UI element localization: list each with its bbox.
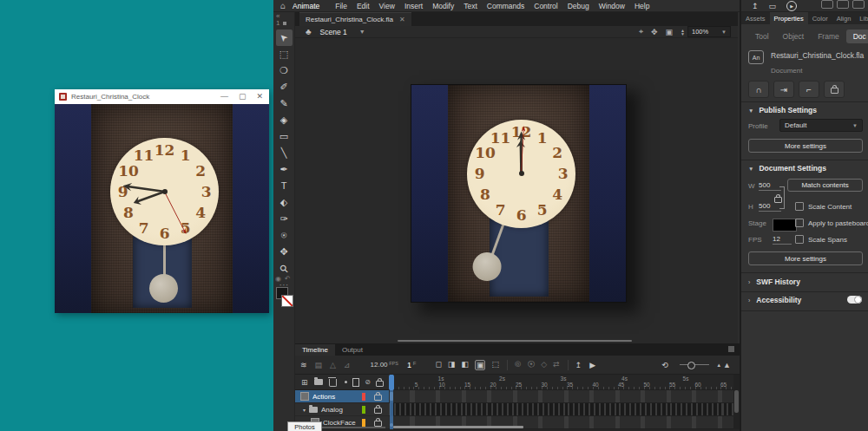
snap-align-icon[interactable]: ⇥ (773, 81, 794, 98)
rotation-tool-icon[interactable]: ✥ (651, 28, 658, 36)
insert-blank-keyframe-icon[interactable]: ◧ (461, 360, 469, 370)
zoom-out-frames-icon[interactable]: ▲ (716, 362, 721, 368)
menu-view[interactable]: View (379, 2, 395, 10)
add-layer-icon[interactable]: ⊞ (301, 378, 308, 387)
delete-frame-icon[interactable]: ⬚ (491, 360, 499, 370)
tab-close-icon[interactable]: ✕ (399, 16, 405, 23)
apply-pasteboard-checkbox[interactable]: Apply to pasteboard (795, 219, 868, 227)
eraser-tool-icon[interactable]: ◈ (276, 112, 293, 128)
scene-breadcrumb[interactable]: Scene 1 (320, 28, 347, 36)
asset-warp-tool-icon[interactable]: ⍟ (276, 227, 293, 244)
stage-canvas[interactable]: 121234567891011 (411, 84, 627, 303)
create-shape-tween-icon[interactable]: ⦿ (527, 360, 535, 369)
timeline-panel-menu-icon[interactable] (728, 346, 734, 352)
panel-tab-color[interactable]: Color (808, 12, 832, 25)
layer-row-analog[interactable]: ▾Analog (295, 403, 389, 416)
snap-magnet-icon[interactable]: ∩ (748, 81, 769, 98)
menu-insert[interactable]: Insert (404, 2, 423, 10)
subtab-object[interactable]: Object (776, 29, 812, 43)
test-movie-icon[interactable]: ▶ (786, 1, 797, 11)
scene-chevron-icon[interactable]: ▼ (359, 29, 365, 35)
advanced-layers-icon[interactable]: △ (330, 361, 336, 369)
hide-layers-icon[interactable]: ⊘ (365, 378, 371, 386)
highlight-layers-icon[interactable] (345, 381, 347, 383)
frame-row-analog[interactable] (389, 403, 733, 416)
subtab-tool[interactable]: Tool (748, 29, 776, 43)
lasso-tool-icon[interactable]: ❍ (276, 62, 293, 79)
eyedropper-tool-icon[interactable]: ✑ (276, 211, 293, 227)
classic-brush-tool-icon[interactable]: ✎ (276, 95, 293, 112)
fps-indicator[interactable]: 12.00 FPS (371, 361, 398, 369)
layer-color-chip[interactable] (362, 406, 365, 414)
share-icon[interactable]: ↥ (752, 2, 759, 10)
undo-icon[interactable]: ↶ (285, 275, 291, 283)
selection-tool-icon[interactable]: ➤ (276, 29, 293, 46)
create-motion-tween-icon[interactable]: ⦾ (515, 360, 521, 369)
insert-frame-icon[interactable]: ◻ (435, 360, 441, 370)
menu-commands[interactable]: Commands (487, 2, 524, 10)
panel-tab-properties[interactable]: Properties (770, 12, 808, 25)
document-settings-header[interactable]: ▼Document Settings (748, 164, 826, 173)
loop-icon[interactable]: ⟲ (662, 361, 669, 369)
layer-color-chip[interactable] (362, 393, 365, 401)
match-contents-button[interactable]: Match contents (787, 179, 863, 192)
menu-debug[interactable]: Debug (568, 2, 589, 10)
profile-select[interactable]: Default▼ (779, 119, 863, 132)
accessibility-toggle[interactable] (847, 296, 862, 304)
playhead[interactable] (389, 375, 394, 390)
scene-icon[interactable]: ♣ (306, 27, 312, 36)
subtab-doc[interactable]: Doc (846, 29, 868, 43)
pasteboard[interactable]: 121234567891011 (295, 38, 738, 343)
workspace-button-2[interactable] (837, 0, 849, 9)
stage-hscrollbar[interactable] (398, 340, 632, 342)
snap-objects-icon[interactable]: ⌐ (799, 81, 819, 98)
frame-row-actions[interactable] (389, 390, 733, 403)
document-tab[interactable]: Restauri_Christina_Clock.fla ✕ (299, 12, 411, 26)
menu-modify[interactable]: Modify (432, 2, 454, 10)
hand-tool-icon[interactable]: ✥ (276, 244, 293, 260)
publish-preview-icon[interactable]: ▭ (769, 2, 777, 10)
create-classic-tween-icon[interactable]: ◇ (541, 360, 547, 369)
insert-keyframe-icon[interactable]: ◨ (448, 360, 456, 370)
zoom-stepper[interactable]: ▲▼ (681, 29, 685, 36)
tween-options-icon[interactable]: ⇄ (553, 360, 560, 369)
snap-toggle-icon[interactable]: ◉ (275, 275, 281, 283)
scale-spans-checkbox[interactable]: Scale Spans (795, 235, 847, 244)
menu-text[interactable]: Text (464, 2, 477, 10)
outline-layers-icon[interactable] (352, 378, 359, 387)
height-input[interactable]: 500 (759, 202, 781, 212)
onion-skin-icon[interactable]: ≋ (300, 361, 307, 369)
fps-input[interactable]: 12 (773, 235, 792, 245)
menu-file[interactable]: File (335, 2, 347, 10)
panel-tab-assets[interactable]: Assets (741, 12, 770, 25)
export-animation-icon[interactable]: ↥ (575, 361, 582, 369)
workspace-button-1[interactable] (821, 0, 833, 9)
clip-content-icon[interactable]: ▣ (666, 28, 674, 36)
zoom-level-select[interactable]: 100% ▼ (687, 26, 731, 37)
layer-row-actions[interactable]: Actions (295, 390, 389, 403)
home-icon[interactable]: ⌂ (280, 1, 286, 10)
frame-area[interactable]: 51015202530354045505560651s2s3s4s5s (389, 375, 733, 429)
swf-history-header[interactable]: ›SWF History (748, 278, 800, 286)
timeline-vscrollbar[interactable] (733, 375, 740, 429)
scale-content-checkbox[interactable]: Scale Content (795, 202, 852, 211)
fill-color-swatch[interactable] (281, 295, 293, 307)
layer-color-chip[interactable] (362, 419, 365, 427)
paint-bucket-tool-icon[interactable]: ⬖ (276, 194, 293, 211)
fluid-brush-tool-icon[interactable]: ✐ (276, 79, 293, 95)
layer-lock-icon[interactable] (374, 395, 382, 401)
accessibility-header[interactable]: ›Accessibility (748, 296, 801, 304)
layer-lock-icon[interactable] (374, 408, 382, 414)
document-more-settings-button[interactable]: More settings (748, 251, 863, 265)
stage-color-swatch[interactable] (773, 219, 797, 232)
publish-more-settings-button[interactable]: More settings (748, 139, 863, 153)
publish-settings-header[interactable]: ▼Publish Settings (748, 106, 817, 114)
center-stage-icon[interactable]: ⌖ (639, 27, 643, 36)
menu-control[interactable]: Control (534, 2, 557, 10)
panel-tab-align[interactable]: Align (832, 12, 856, 25)
preview-titlebar[interactable]: Restauri_Christina_Clock — ▢ ✕ (55, 89, 269, 104)
delete-layer-icon[interactable] (329, 379, 337, 387)
workspace-button-3[interactable] (852, 0, 865, 9)
menu-edit[interactable]: Edit (357, 2, 370, 10)
add-folder-icon[interactable] (314, 379, 323, 385)
